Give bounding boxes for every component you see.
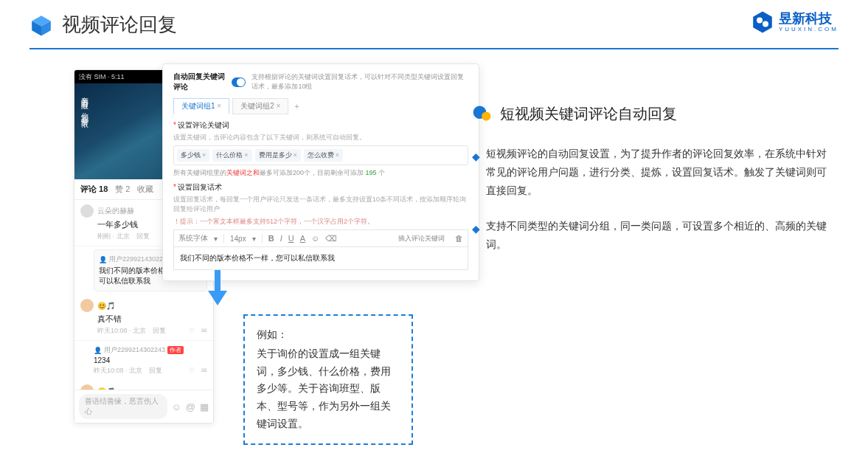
author-badge: 作者	[167, 346, 184, 354]
tab-likes[interactable]: 赞 2	[115, 184, 130, 195]
keyword-tag[interactable]: 什么价格×	[212, 149, 251, 162]
keyword-tag[interactable]: 多少钱×	[177, 149, 209, 162]
keyword-limit-text: 所有关键词组里的关键词之和最多可添加200个，目前剩余可添加 195 个	[173, 168, 468, 178]
reply-body: 1234	[94, 356, 207, 364]
comment-body: 真不错	[97, 314, 207, 325]
video-caption: 有的力有限，你我心有所依	[79, 91, 89, 116]
arrow-down-icon	[206, 270, 229, 307]
reply-user: 用户2299214302243	[104, 345, 165, 355]
settings-panel: 自动回复关键词评论 支持根据评论的关键词设置回复话术，可以针对不同类型关键词设置…	[162, 63, 479, 281]
section-keywords-label: *设置评论关键词	[173, 120, 468, 131]
svg-point-9	[482, 111, 490, 120]
reply-editor[interactable]: 我们不同的版本价格不一样，您可以私信联系我	[173, 246, 468, 270]
font-select[interactable]: 系统字体	[178, 233, 208, 243]
reply-inline: 👤用户2299214302243作者 1234 昨天10:08 · 北京 回复♡…	[94, 344, 207, 377]
keyword-group-tabs: 关键词组1 × 关键词组2 × +	[173, 98, 468, 114]
at-icon[interactable]: @	[186, 401, 195, 412]
example-body: 关于询价的设置成一组关键词，多少钱、什么价格，费用多少等。关于咨询班型、版本、型…	[257, 345, 400, 433]
underline-button[interactable]: U	[288, 234, 294, 243]
description-column: 短视频关键词评论自动回复 ◆ 短视频评论的自动回复设置，为了提升作者的评论回复效…	[472, 103, 841, 270]
page-header: 视频评论回复 昱新科技 YUUXIN.COM	[0, 0, 868, 44]
color-button[interactable]: A	[300, 234, 305, 243]
comment-user: 云朵的赫赫	[97, 206, 134, 216]
editor-tip: ！提示：一个富文本框最多支持512个字符，一个汉字占用2个字符。	[173, 217, 468, 227]
svg-marker-7	[208, 291, 227, 305]
logo-icon	[751, 10, 774, 34]
diamond-icon: ◆	[472, 220, 480, 254]
page-title: 视频评论回复	[62, 12, 177, 38]
bold-button[interactable]: B	[268, 234, 274, 243]
image-icon[interactable]: ▦	[200, 401, 209, 412]
clear-button[interactable]: ⌫	[325, 234, 337, 243]
section-heading: 短视频关键词评论自动回复	[472, 103, 841, 124]
avatar	[80, 299, 94, 312]
delete-button[interactable]: 🗑	[455, 234, 463, 243]
reply-user: 用户2299214302243	[109, 255, 170, 264]
screenshot-composite: 没有 SIM · 5:11 有的力有限，你我心有所依 评论 18 赞 2 收藏 …	[74, 63, 435, 447]
emoji-button[interactable]: ☺	[311, 234, 319, 243]
comment-meta: 昨天10:08 · 北京 回复♡ ✉	[97, 326, 207, 336]
bullet-item: ◆ 短视频评论的自动回复设置，为了提升作者的评论回复效率，在系统中针对常见的评论…	[472, 145, 841, 201]
section-title: 短视频关键词评论自动回复	[500, 104, 677, 124]
comment-item: 😊🎵 真不错 昨天10:08 · 北京 回复♡ ✉	[74, 294, 213, 341]
toggle-label: 自动回复关键词评论	[173, 72, 226, 92]
editor-toolbar: 系统字体▾ 14px▾ B I U A ☺ ⌫ 插入评论关键词 🗑	[173, 229, 468, 246]
diamond-icon: ◆	[472, 148, 480, 201]
cube-icon	[29, 13, 53, 37]
logo-subtext: YUUXIN.COM	[779, 27, 839, 33]
section-reply-label: *设置回复话术	[173, 182, 468, 193]
comment-input-bar: 善语结善缘，恶言伤人心 ☺ @ ▦	[74, 390, 213, 423]
tab-group-2[interactable]: 关键词组2 ×	[232, 98, 288, 114]
keyword-tag-input[interactable]: 多少钱× 什么价格× 费用是多少× 怎么收费×	[173, 145, 468, 165]
emoji-icon[interactable]: ☺	[172, 401, 181, 412]
tab-group-1[interactable]: 关键词组1 ×	[173, 98, 229, 114]
reply-meta: 昨天10:08 · 北京 回复♡ ✉	[94, 366, 207, 376]
toggle-hint: 支持根据评论的关键词设置回复话术，可以针对不同类型关键词设置回复话术，最多添加1…	[251, 72, 468, 91]
svg-point-4	[757, 18, 763, 24]
keyword-tag[interactable]: 费用是多少×	[255, 149, 301, 162]
insert-keyword-button[interactable]: 插入评论关键词	[398, 234, 445, 243]
header-divider	[29, 48, 839, 49]
bullet-text: 支持不同类型的关键词分组，同一类问题，可设置多个相近的、高频的关键词。	[486, 217, 833, 254]
logo-text: 昱新科技	[779, 12, 839, 27]
chat-bubble-icon	[472, 103, 493, 124]
keyword-tag[interactable]: 怎么收费×	[304, 149, 343, 162]
svg-rect-6	[215, 270, 221, 292]
tab-favorites[interactable]: 收藏	[137, 184, 153, 195]
tab-comments[interactable]: 评论 18	[80, 184, 108, 195]
comment-input[interactable]: 善语结善缘，恶言伤人心	[79, 394, 167, 419]
svg-marker-3	[753, 12, 772, 33]
brand-logo: 昱新科技 YUUXIN.COM	[751, 10, 839, 34]
bullet-item: ◆ 支持不同类型的关键词分组，同一类问题，可设置多个相近的、高频的关键词。	[472, 217, 841, 254]
section-reply-hint: 设置回复话术，每回复一个用户评论只发送一条话术，最多支持设置10条不同话术，按添…	[173, 195, 468, 214]
section-keywords-hint: 设置关键词，当评论内容包含了以下关键词，则系统可自动回复。	[173, 133, 468, 142]
comment-user: 😊🎵	[97, 302, 115, 310]
svg-point-5	[763, 21, 768, 27]
example-title: 例如：	[257, 326, 400, 344]
add-group-button[interactable]: +	[291, 103, 302, 111]
example-callout: 例如： 关于询价的设置成一组关键词，多少钱、什么价格，费用多少等。关于咨询班型、…	[243, 314, 413, 445]
bullet-text: 短视频评论的自动回复设置，为了提升作者的评论回复效率，在系统中针对常见的评论用户…	[486, 145, 833, 201]
italic-button[interactable]: I	[280, 234, 282, 243]
size-select[interactable]: 14px	[230, 235, 246, 243]
reply-user-icon: 👤	[99, 256, 107, 263]
avatar	[80, 204, 94, 218]
auto-reply-toggle[interactable]	[232, 77, 246, 87]
